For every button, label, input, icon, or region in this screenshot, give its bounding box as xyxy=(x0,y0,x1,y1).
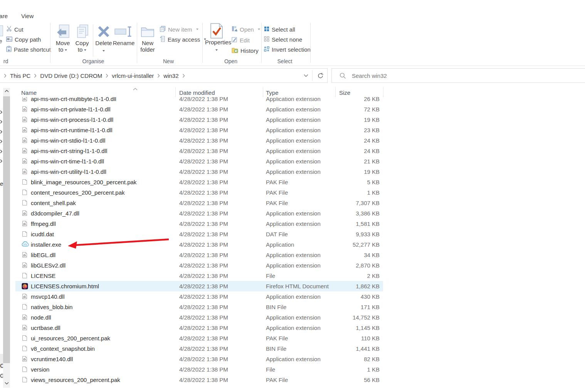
file-size: 56 KB xyxy=(320,375,380,385)
rename-button[interactable]: Rename xyxy=(113,24,135,46)
file-row[interactable]: api-ms-win-crt-utility-l1-1-0.dll4/28/20… xyxy=(15,167,383,177)
new-folder-button[interactable]: New folder xyxy=(138,24,157,53)
easy-access-button[interactable]: Easy access xyxy=(160,35,206,43)
file-row[interactable]: api-ms-win-crt-stdio-l1-1-0.dll4/28/2022… xyxy=(15,135,383,146)
scroll-up-button[interactable] xyxy=(3,88,10,94)
scrollbar[interactable] xyxy=(3,88,10,388)
dll-file-icon xyxy=(22,158,29,165)
column-divider[interactable] xyxy=(175,87,176,97)
file-date-modified: 4/28/2022 1:38 PM xyxy=(179,187,228,198)
file-name: blink_image_resources_200_percent.pak xyxy=(31,177,136,187)
cut-button[interactable]: Cut xyxy=(6,25,23,33)
file-row[interactable]: blink_image_resources_200_percent.pak4/2… xyxy=(15,177,383,187)
file-row[interactable]: d3dcompiler_47.dll4/28/2022 1:38 PMAppli… xyxy=(15,208,383,219)
file-size: 24 KB xyxy=(320,146,380,156)
file-size: 21 KB xyxy=(320,156,380,167)
file-row[interactable]: LICENSES.chromium.html4/28/2022 1:38 PMF… xyxy=(15,281,383,291)
properties-button[interactable]: Properties xyxy=(205,23,228,53)
tab-view[interactable]: View xyxy=(21,13,34,19)
file-date-modified: 4/28/2022 1:38 PM xyxy=(179,125,228,135)
column-header-name[interactable]: Name xyxy=(21,89,37,97)
file-row[interactable]: content_shell.pak4/28/2022 1:38 PMPAK Fi… xyxy=(15,198,383,208)
file-size: 24 KB xyxy=(320,135,380,146)
file-row[interactable]: node.dll4/28/2022 1:38 PMApplication ext… xyxy=(15,312,383,323)
file-row[interactable]: v8_context_snapshot.bin4/28/2022 1:38 PM… xyxy=(15,343,383,354)
search-bar[interactable] xyxy=(331,68,585,83)
file-row[interactable]: vcruntime140.dll4/28/2022 1:38 PMApplica… xyxy=(15,354,383,364)
dll-file-icon xyxy=(22,106,29,113)
breadcrumb-chevron-icon[interactable] xyxy=(106,74,108,78)
column-header-type[interactable]: Type xyxy=(266,89,279,97)
column-header-date-modified[interactable]: Date modified xyxy=(179,89,215,97)
breadcrumb-chevron-icon[interactable] xyxy=(34,74,37,78)
address-bar[interactable]: This PCDVD Drive (D:) CDROMvrlcm-ui-inst… xyxy=(0,68,328,83)
paste-shortcut-button[interactable]: Paste shortcut xyxy=(6,45,51,53)
new-item-caret-icon xyxy=(196,29,198,30)
new-item-button[interactable]: New item xyxy=(160,25,198,33)
delete-button[interactable]: Delete xyxy=(94,24,113,54)
file-row[interactable]: api-ms-win-crt-time-l1-1-0.dll4/28/2022 … xyxy=(15,156,383,167)
file-row[interactable]: content_resources_200_percent.pak4/28/20… xyxy=(15,187,383,198)
file-row[interactable]: libEGL.dll4/28/2022 1:38 PMApplication e… xyxy=(15,250,383,260)
file-file-icon xyxy=(22,273,29,279)
file-row[interactable]: natives_blob.bin4/28/2022 1:38 PMBIN Fil… xyxy=(15,302,383,312)
file-size: 1,441 KB xyxy=(320,343,380,354)
file-date-modified: 4/28/2022 1:38 PM xyxy=(179,260,228,271)
edit-icon xyxy=(232,37,237,44)
file-row[interactable]: api-ms-win-crt-runtime-l1-1-0.dll4/28/20… xyxy=(15,125,383,135)
file-date-modified: 4/28/2022 1:38 PM xyxy=(179,208,228,219)
column-header-size[interactable]: Size xyxy=(339,89,350,97)
refresh-button[interactable] xyxy=(313,68,327,83)
nav-expander-chevron-icon[interactable] xyxy=(0,148,2,155)
file-name: natives_blob.bin xyxy=(31,302,72,312)
paste-shortcut-label: Paste shortcut xyxy=(14,46,51,53)
properties-label: Properties xyxy=(205,39,231,45)
invert-selection-button[interactable]: Invert selection xyxy=(264,45,311,53)
file-row[interactable]: views_resources_200_percent.pak4/28/2022… xyxy=(15,375,383,385)
column-divider[interactable] xyxy=(335,87,336,97)
file-row[interactable]: LICENSE4/28/2022 1:38 PMFile2 KB xyxy=(15,271,383,281)
invert-selection-icon xyxy=(264,46,269,53)
scrollbar-thumb[interactable] xyxy=(3,96,10,363)
file-row[interactable]: ffmpeg.dll4/28/2022 1:38 PMApplication e… xyxy=(15,219,383,229)
nav-expander-chevron-icon[interactable] xyxy=(0,109,2,115)
file-row[interactable]: libGLESv2.dll4/28/2022 1:38 PMApplicatio… xyxy=(15,260,383,271)
scroll-down-button[interactable] xyxy=(3,380,10,387)
breadcrumb-item[interactable]: DVD Drive (D:) CDROM xyxy=(40,72,102,79)
dll-file-icon xyxy=(22,293,29,300)
breadcrumb-item[interactable]: vrlcm-ui-installer xyxy=(112,72,154,79)
file-row[interactable]: api-ms-win-crt-process-l1-1-0.dll4/28/20… xyxy=(15,114,383,125)
select-all-button[interactable]: Select all xyxy=(264,25,295,33)
column-divider[interactable] xyxy=(383,87,383,97)
breadcrumb-chevron-icon[interactable] xyxy=(182,74,185,78)
address-bar-divider xyxy=(312,70,313,81)
breadcrumb-chevron-icon[interactable] xyxy=(4,74,7,78)
copy-path-button[interactable]: Copy path xyxy=(6,35,41,43)
breadcrumb-chevron-icon[interactable] xyxy=(157,74,160,78)
select-none-button[interactable]: Select none xyxy=(264,35,302,43)
scroll-down-icon xyxy=(5,382,9,385)
move-to-button[interactable]: Move to xyxy=(54,24,72,53)
nav-expander-chevron-icon[interactable] xyxy=(0,158,2,164)
file-row[interactable]: msvcp140.dll4/28/2022 1:38 PMApplication… xyxy=(15,291,383,302)
edit-button[interactable]: Edit xyxy=(232,36,250,44)
breadcrumb-item[interactable]: win32 xyxy=(163,72,178,79)
copy-to-button[interactable]: Copy to xyxy=(73,24,91,53)
breadcrumb-item[interactable]: This PC xyxy=(10,72,30,79)
column-divider[interactable] xyxy=(263,87,263,97)
history-icon xyxy=(232,47,238,54)
nav-expander-chevron-icon[interactable] xyxy=(0,138,2,145)
file-row[interactable]: version4/28/2022 1:38 PMFile1 KB xyxy=(15,364,383,375)
open-button[interactable]: Open xyxy=(232,25,260,33)
address-dropdown-button[interactable] xyxy=(300,68,312,83)
chevron-down-icon xyxy=(304,74,308,77)
history-button[interactable]: History xyxy=(232,47,259,54)
tab-share-fragment[interactable]: hare xyxy=(0,13,8,19)
file-row[interactable]: api-ms-win-crt-private-l1-1-0.dll4/28/20… xyxy=(15,104,383,114)
file-row[interactable]: api-ms-win-crt-string-l1-1-0.dll4/28/202… xyxy=(15,146,383,156)
nav-expander-chevron-icon[interactable] xyxy=(0,128,2,135)
search-input[interactable] xyxy=(351,72,568,79)
file-row[interactable]: ucrtbase.dll4/28/2022 1:38 PMApplication… xyxy=(15,323,383,333)
file-row[interactable]: ui_resources_200_percent.pak4/28/2022 1:… xyxy=(15,333,383,343)
nav-expander-chevron-icon[interactable] xyxy=(0,118,2,125)
